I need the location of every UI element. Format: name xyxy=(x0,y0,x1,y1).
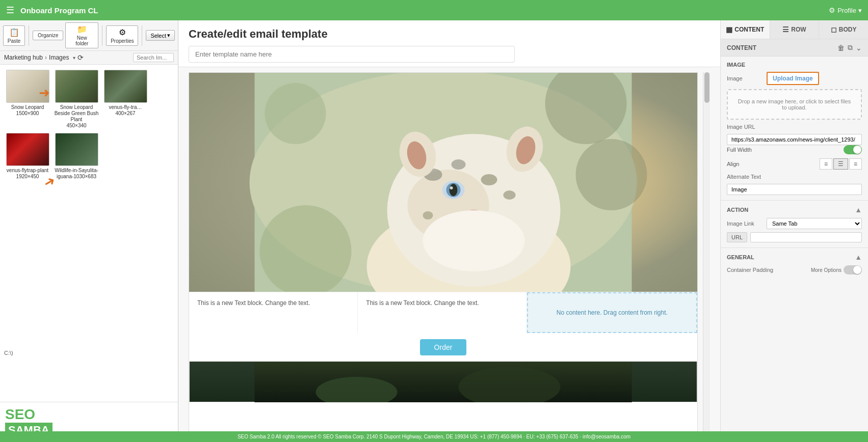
canvas-scrollbar[interactable] xyxy=(703,72,710,437)
top-navbar: ☰ Onboard Program CL ⚙ Profile ▾ xyxy=(0,0,868,20)
row-tab-icon: ☰ xyxy=(782,25,789,34)
profile-label: Profile xyxy=(837,7,856,14)
properties-button[interactable]: ⚙ Properties xyxy=(106,25,138,46)
profile-menu[interactable]: ⚙ Profile ▾ xyxy=(829,6,862,14)
section-actions: 🗑 ⧉ ⌄ xyxy=(837,43,862,52)
file-grid-wrapper: Snow Leopard1500×900 Snow Leopard Beside… xyxy=(0,65,178,402)
more-options-knob xyxy=(853,266,861,274)
select-label: Select xyxy=(150,33,166,39)
file-name: venus-flytrap-plant 1920×450 xyxy=(5,168,50,180)
breadcrumb-marketing-hub[interactable]: Marketing hub xyxy=(4,54,43,61)
body-tab-icon: ◻ xyxy=(831,25,837,34)
alt-text-input[interactable] xyxy=(727,184,862,195)
content-panel: Create/edit email template xyxy=(178,20,720,442)
explorer-toolbar: 📋 Paste Organize 📁 New folder ⚙ Properti… xyxy=(0,20,178,51)
align-label: Align xyxy=(727,161,739,167)
expand-button[interactable]: ⌄ xyxy=(856,43,862,52)
page-title: Create/edit email template xyxy=(189,27,710,41)
footer-text: SEO Samba 2.0 All rights reserved © SEO … xyxy=(238,434,630,439)
image-url-input[interactable] xyxy=(727,134,862,145)
select-button[interactable]: Select ▾ xyxy=(146,30,175,41)
leopard-svg xyxy=(189,73,697,292)
list-item[interactable]: Snow Leopard1500×900 xyxy=(5,70,50,129)
delete-button[interactable]: 🗑 xyxy=(837,43,845,52)
upload-image-button[interactable]: Upload Image xyxy=(767,72,819,85)
empty-col-text: No content here. Drag content from right… xyxy=(557,309,668,316)
search-input[interactable] xyxy=(133,53,174,62)
image-link-select[interactable]: Same Tab xyxy=(767,218,862,229)
template-name-input[interactable] xyxy=(189,46,515,63)
organize-button[interactable]: Organize xyxy=(33,31,63,40)
sidebar-content: CONTENT 🗑 ⧉ ⌄ IMAGE Image Upload Image D… xyxy=(721,39,868,442)
seo-text: SEO xyxy=(5,406,173,423)
action-collapse-button[interactable]: ▲ xyxy=(855,206,862,214)
align-buttons: ≡ ☰ ≡ xyxy=(820,158,862,170)
align-row: Align ≡ ☰ ≡ xyxy=(727,158,862,170)
properties-icon: ⚙ xyxy=(119,27,126,37)
scrollbar-thumb[interactable] xyxy=(704,72,709,103)
file-name: Snow Leopard Beside Green Bush Plant450×… xyxy=(54,104,99,129)
align-right-button[interactable]: ≡ xyxy=(849,158,862,170)
image-link-row: Image Link Same Tab xyxy=(727,218,862,229)
full-width-toggle[interactable] xyxy=(844,145,862,154)
toggle-knob xyxy=(853,146,861,154)
content-tab-label: CONTENT xyxy=(734,26,764,33)
nav-back-button[interactable]: ⟳ xyxy=(77,53,84,62)
breadcrumb-dropdown-icon[interactable]: ▾ xyxy=(73,55,75,61)
navbar-title: Onboard Program CL xyxy=(20,6,829,15)
general-title: GENERAL xyxy=(727,254,754,260)
align-center-button[interactable]: ☰ xyxy=(833,158,848,170)
canvas-text-col-1[interactable]: This is a new Text block. Change the tex… xyxy=(189,292,358,333)
new-folder-button[interactable]: 📁 New folder xyxy=(65,22,98,48)
canvas-text-row: This is a new Text block. Change the tex… xyxy=(189,292,697,333)
tab-content[interactable]: ▦ CONTENT xyxy=(721,20,770,39)
list-item[interactable]: venus-flytrap-plant 1920×450 ➜ xyxy=(5,133,50,180)
paste-button[interactable]: 📋 Paste xyxy=(3,25,25,46)
list-item[interactable]: venus-fly-tra…400×267 xyxy=(103,70,148,129)
list-item[interactable]: Wildlife-in-Sayulita-iguana-1030×683 xyxy=(54,133,99,180)
svg-point-11 xyxy=(481,174,497,185)
image-link-label: Image Link xyxy=(727,220,762,227)
copy-button[interactable]: ⧉ xyxy=(848,43,853,52)
image-section: IMAGE Image Upload Image Drop a new imag… xyxy=(721,57,868,201)
action-header: ACTION ▲ xyxy=(727,206,862,214)
breadcrumb-bar: Marketing hub › Images ▾ ⟳ xyxy=(0,51,178,65)
general-header: GENERAL ▲ xyxy=(727,253,862,261)
toolbar-divider-3 xyxy=(142,25,142,46)
properties-label: Properties xyxy=(111,38,134,44)
drop-zone-text: Drop a new image here, or click to selec… xyxy=(738,98,851,110)
container-padding-row: Container Padding More Options xyxy=(727,265,862,274)
paste-label: Paste xyxy=(8,38,21,44)
file-grid: Snow Leopard1500×900 Snow Leopard Beside… xyxy=(0,65,178,185)
full-width-label: Full Width xyxy=(727,147,752,153)
svg-rect-32 xyxy=(255,362,632,402)
hamburger-icon[interactable]: ☰ xyxy=(6,5,14,16)
canvas-image-block[interactable] xyxy=(189,73,697,292)
url-input[interactable] xyxy=(750,232,862,242)
order-button[interactable]: Order xyxy=(420,339,467,355)
breadcrumb-images[interactable]: Images xyxy=(49,54,69,61)
select-dropdown-icon: ▾ xyxy=(167,32,170,39)
content-section-header: CONTENT 🗑 ⧉ ⌄ xyxy=(721,39,868,57)
tab-row[interactable]: ☰ ROW xyxy=(770,20,820,39)
canvas-empty-col[interactable]: No content here. Drag content from right… xyxy=(527,292,697,333)
svg-point-13 xyxy=(423,211,433,219)
new-folder-label: New folder xyxy=(70,35,94,46)
svg-point-12 xyxy=(504,190,516,200)
more-options-label: More Options xyxy=(811,267,841,273)
list-item[interactable]: Snow Leopard Beside Green Bush Plant450×… xyxy=(54,70,99,129)
drop-zone[interactable]: Drop a new image here, or click to selec… xyxy=(727,89,862,120)
canvas-bottom-image[interactable] xyxy=(189,362,697,402)
general-section: GENERAL ▲ Container Padding More Options xyxy=(721,248,868,280)
more-options-switch[interactable] xyxy=(844,265,862,274)
breadcrumb-sep-1: › xyxy=(45,54,47,61)
align-left-button[interactable]: ≡ xyxy=(820,158,832,170)
canvas-text-col-2[interactable]: This is a new Text block. Change the tex… xyxy=(358,292,527,333)
right-sidebar: ▦ CONTENT ☰ ROW ◻ BODY CONTENT 🗑 ⧉ ⌄ xyxy=(720,20,868,442)
general-collapse-button[interactable]: ▲ xyxy=(855,253,862,261)
svg-point-26 xyxy=(423,210,525,271)
drive-path: C:\) xyxy=(4,350,13,356)
full-width-row: Full Width xyxy=(727,145,862,154)
main-layout: 📋 Paste Organize 📁 New folder ⚙ Properti… xyxy=(0,20,868,442)
tab-body[interactable]: ◻ BODY xyxy=(819,20,868,39)
